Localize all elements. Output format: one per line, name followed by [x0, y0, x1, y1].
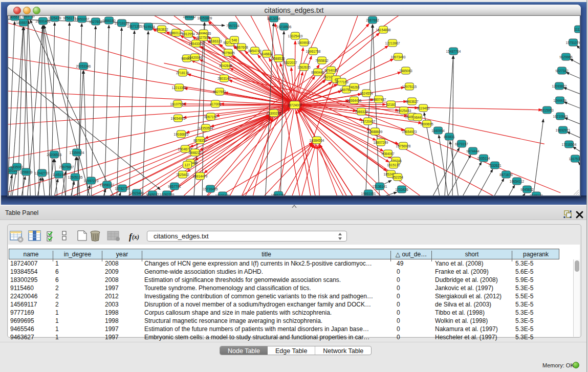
svg-text:(x): (x)	[132, 233, 139, 240]
